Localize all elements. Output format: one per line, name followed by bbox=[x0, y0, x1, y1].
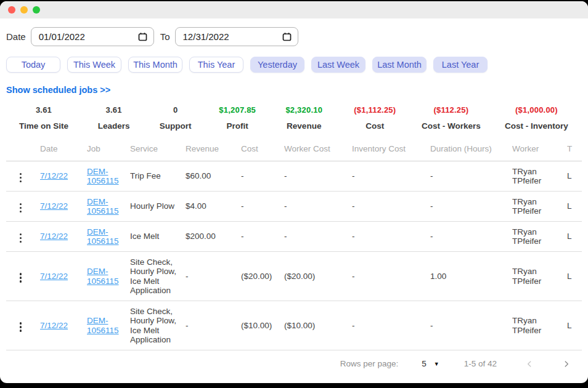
kebab-column-header bbox=[6, 139, 40, 161]
table-row: 7/12/22 DEM-1056115 Ice Melt $200.00 - -… bbox=[6, 222, 582, 252]
to-label: To bbox=[160, 31, 170, 42]
page-range: 1-5 of 42 bbox=[464, 359, 497, 368]
column-header: Date bbox=[40, 139, 87, 161]
previous-page-button[interactable] bbox=[525, 360, 534, 368]
job-link[interactable]: DEM-1056115 bbox=[87, 316, 119, 335]
quick-range-button[interactable]: Yesterday bbox=[250, 57, 304, 73]
job-link[interactable]: DEM-1056115 bbox=[87, 167, 119, 186]
stat-item: 3.61 Time on Site bbox=[6, 105, 81, 131]
stat-value: ($112.25) bbox=[412, 105, 490, 115]
chevron-right-icon bbox=[562, 360, 571, 368]
stat-item: $2,320.10 Revenue bbox=[270, 105, 338, 131]
row-actions-kebab-icon[interactable] bbox=[15, 270, 27, 285]
app-window: Date 01/01/2022 To 12/31/2022 TodayThis … bbox=[0, 1, 588, 383]
quick-range-button[interactable]: Last Year bbox=[433, 57, 488, 73]
date-link[interactable]: 7/12/22 bbox=[40, 232, 68, 241]
stat-item: 3.61 Leaders bbox=[83, 105, 145, 131]
quick-range-button[interactable]: This Week bbox=[67, 57, 121, 73]
jobs-table: DateJobServiceRevenueCostWorker CostInve… bbox=[6, 139, 582, 350]
end-date-value: 12/31/2022 bbox=[183, 31, 229, 42]
stat-value: 3.61 bbox=[83, 105, 145, 115]
column-header: Service bbox=[130, 139, 186, 161]
table-row: 7/12/22 DEM-1056115 Hourly Plow $4.00 - … bbox=[6, 192, 582, 222]
start-date-input[interactable]: 01/01/2022 bbox=[31, 27, 154, 46]
zoom-window-icon[interactable] bbox=[33, 6, 40, 14]
job-link[interactable]: DEM-1056115 bbox=[87, 267, 119, 286]
service-cell: Site Check, Hourly Plow, Ice Melt Applic… bbox=[130, 252, 186, 301]
row-actions-kebab-icon[interactable] bbox=[15, 201, 27, 216]
row-actions-kebab-icon[interactable] bbox=[15, 320, 27, 334]
worker-cell: TRyan TPfeifer bbox=[512, 222, 567, 252]
service-cell: Site Check, Hourly Plow, Ice Melt Applic… bbox=[130, 301, 186, 350]
date-link[interactable]: 7/12/22 bbox=[40, 272, 68, 281]
start-date-value: 01/01/2022 bbox=[39, 31, 85, 42]
cost-cell: - bbox=[241, 192, 284, 222]
cost-cell: ($10.00) bbox=[241, 301, 284, 350]
calendar-icon[interactable] bbox=[138, 32, 147, 41]
column-header: Worker Cost bbox=[284, 139, 352, 161]
stat-label: Cost - Workers bbox=[412, 121, 490, 131]
close-window-icon[interactable] bbox=[8, 6, 15, 14]
next-page-button[interactable] bbox=[562, 360, 571, 368]
job-link[interactable]: DEM-1056115 bbox=[87, 227, 119, 246]
calendar-icon[interactable] bbox=[282, 32, 292, 41]
revenue-cell: - bbox=[186, 252, 241, 301]
team-cell: L bbox=[567, 252, 582, 301]
date-link[interactable]: 7/12/22 bbox=[40, 321, 68, 330]
worker-cost-cell: ($20.00) bbox=[284, 252, 352, 301]
stat-label: Leaders bbox=[83, 121, 145, 131]
quick-range-button[interactable]: This Month bbox=[128, 57, 182, 73]
revenue-cell: $60.00 bbox=[186, 161, 241, 192]
worker-cost-cell: ($10.00) bbox=[284, 301, 352, 350]
row-actions-kebab-icon[interactable] bbox=[15, 231, 27, 246]
stat-item: ($1,112.25) Cost bbox=[339, 105, 411, 131]
show-scheduled-jobs-link[interactable]: Show scheduled jobs >> bbox=[6, 85, 110, 95]
date-link[interactable]: 7/12/22 bbox=[40, 171, 68, 180]
quick-range-button[interactable]: Today bbox=[6, 57, 60, 73]
table-row: 7/12/22 DEM-1056115 Site Check, Hourly P… bbox=[6, 301, 582, 350]
stat-value: 0 bbox=[146, 105, 205, 115]
stat-label: Cost bbox=[339, 121, 411, 131]
team-cell: L bbox=[567, 301, 582, 350]
worker-cell: TRyan TPfeifer bbox=[512, 161, 567, 192]
duration-cell: - bbox=[430, 222, 512, 252]
chevron-left-icon bbox=[525, 360, 534, 368]
stat-value: ($1,000.00) bbox=[491, 105, 582, 115]
titlebar bbox=[0, 1, 588, 18]
column-header: Revenue bbox=[186, 139, 241, 161]
service-cell: Hourly Plow bbox=[130, 192, 186, 222]
job-link[interactable]: DEM-1056115 bbox=[87, 197, 119, 216]
table-row: 7/12/22 DEM-1056115 Site Check, Hourly P… bbox=[6, 252, 582, 301]
team-cell: L bbox=[567, 161, 582, 192]
worker-cell: TRyan TPfeifer bbox=[512, 192, 567, 222]
duration-cell: 1.00 bbox=[430, 252, 512, 301]
column-header: Inventory Cost bbox=[352, 139, 430, 161]
minimize-window-icon[interactable] bbox=[20, 6, 28, 14]
service-cell: Ice Melt bbox=[130, 222, 186, 252]
inventory-cost-cell: - bbox=[352, 222, 430, 252]
cost-cell: - bbox=[241, 161, 284, 192]
quick-range-button[interactable]: This Year bbox=[189, 57, 243, 73]
quick-range-button[interactable]: Last Month bbox=[372, 57, 427, 73]
inventory-cost-cell: - bbox=[352, 301, 430, 350]
row-actions-kebab-icon[interactable] bbox=[15, 171, 27, 185]
inventory-cost-cell: - bbox=[352, 192, 430, 222]
stat-item: 0 Support bbox=[146, 105, 205, 131]
column-header: Cost bbox=[241, 139, 284, 161]
stat-label: Revenue bbox=[270, 121, 338, 131]
duration-cell: - bbox=[430, 301, 512, 350]
worker-cost-cell: - bbox=[284, 192, 352, 222]
quick-range-button[interactable]: Last Week bbox=[311, 57, 365, 73]
column-header: Job bbox=[87, 139, 130, 161]
stat-value: $2,320.10 bbox=[270, 105, 338, 115]
stat-label: Time on Site bbox=[6, 121, 81, 131]
inventory-cost-cell: - bbox=[352, 252, 430, 301]
stat-value: $1,207.85 bbox=[206, 105, 269, 115]
team-cell: L bbox=[567, 222, 582, 252]
column-header: Worker bbox=[512, 139, 567, 161]
column-header: Duration (Hours) bbox=[430, 139, 512, 161]
revenue-cell: $200.00 bbox=[186, 222, 241, 252]
end-date-input[interactable]: 12/31/2022 bbox=[175, 27, 298, 46]
rows-per-page-select[interactable]: 5 ▼ bbox=[422, 359, 439, 368]
date-link[interactable]: 7/12/22 bbox=[40, 201, 68, 211]
